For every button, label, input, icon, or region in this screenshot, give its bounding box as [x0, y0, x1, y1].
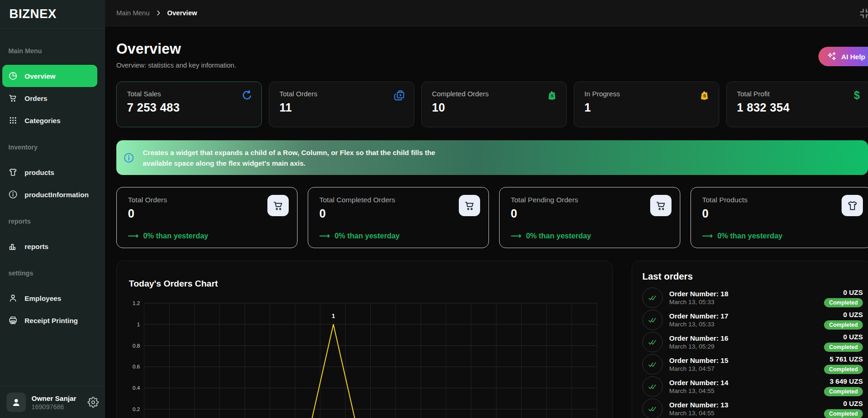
daily-stat-icon	[459, 195, 480, 216]
nav-group-inventory: products productInformation	[0, 161, 105, 206]
sidebar-item[interactable]: products	[2, 161, 97, 183]
breadcrumb: Main Menu Overview	[105, 0, 868, 26]
stat-value: 1 832 354	[737, 101, 861, 114]
stat-label: Total Sales	[127, 90, 251, 98]
user-id: 169097686	[32, 403, 76, 411]
order-amount: 3 649 UZS	[824, 377, 863, 385]
daily-stat-label: Total Products	[702, 196, 860, 204]
sparkles-icon	[826, 51, 837, 62]
last-orders-card: Last orders Order Number: 18 March 13, 0…	[632, 261, 868, 418]
order-amount: 5 761 UZS	[824, 355, 863, 363]
double-check-icon	[642, 354, 663, 374]
sidebar-item-icon	[8, 167, 18, 177]
avatar	[6, 393, 26, 412]
daily-stat-label: Total Orders	[128, 196, 286, 204]
sidebar-item[interactable]: reports	[2, 235, 97, 257]
trend-arrow-icon: ⟶	[128, 231, 139, 240]
info-banner-text: Creates a widget that expands a child of…	[143, 147, 451, 168]
order-row[interactable]: Order Number: 18 March 13, 05:33 0 UZS C…	[642, 287, 863, 309]
order-status-badge: Completed	[824, 365, 863, 374]
sidebar-item-label: Orders	[25, 94, 47, 102]
daily-change: ⟶ 0% than yesterday	[319, 231, 399, 240]
stat-label: Total Orders	[279, 90, 404, 98]
order-row[interactable]: Order Number: 14 March 13, 04:55 3 649 U…	[642, 375, 863, 398]
info-banner: Creates a widget that expands a child of…	[116, 140, 868, 175]
compress-icon[interactable]	[859, 7, 868, 19]
daily-stat-card: Total Pending Orders 0 ⟶ 0% than yesterd…	[499, 187, 680, 248]
double-check-icon	[642, 287, 663, 308]
daily-change: ⟶ 0% than yesterday	[128, 231, 208, 240]
daily-change-label: 0% than yesterday	[143, 232, 209, 240]
double-check-icon	[642, 332, 663, 352]
nav-section-label: Main Menu	[8, 47, 97, 55]
last-orders-list: Order Number: 18 March 13, 05:33 0 UZS C…	[642, 287, 863, 418]
sidebar-item-icon	[8, 293, 18, 303]
daily-stat-value: 0	[511, 207, 669, 220]
stat-label: In Progress	[584, 90, 709, 98]
order-amount: 0 UZS	[824, 333, 863, 341]
order-row[interactable]: Order Number: 15 March 13, 04:57 5 761 U…	[642, 353, 863, 375]
order-status-badge: Completed	[824, 298, 863, 307]
order-amount: 0 UZS	[824, 288, 863, 296]
sidebar-item-label: Overview	[25, 72, 56, 80]
stat-value: 11	[279, 101, 404, 114]
order-number: Order Number: 13	[669, 401, 729, 409]
daily-stat-value: 0	[319, 207, 477, 220]
order-number: Order Number: 18	[669, 290, 729, 298]
nav-group-reports: reports	[0, 235, 105, 257]
double-check-icon	[642, 399, 663, 418]
user-card[interactable]: Owner Sanjar 169097686	[0, 386, 105, 418]
svg-text:S: S	[703, 94, 706, 98]
stat-card: Total Sales 7 253 483	[116, 81, 262, 127]
order-number: Order Number: 15	[669, 356, 729, 364]
order-date: March 13, 05:33	[669, 299, 729, 306]
main-area: Main Menu Overview Overview Overview: st…	[105, 0, 868, 418]
stat-card: Total Orders 11	[269, 81, 414, 127]
ai-help-button[interactable]: AI Help	[818, 47, 868, 66]
daily-stat-card: Total Completed Orders 0 ⟶ 0% than yeste…	[308, 187, 489, 248]
nav-group-settings: Employees Receipt Printing	[0, 287, 105, 331]
svg-text:S: S	[551, 94, 553, 98]
order-row[interactable]: Order Number: 13 March 13, 04:55 0 UZS C…	[642, 398, 863, 418]
daily-change: ⟶ 0% than yesterday	[702, 231, 782, 240]
sidebar-item[interactable]: productInformation	[2, 183, 97, 206]
sidebar-item[interactable]: Categories	[2, 109, 97, 131]
stat-icon: S	[698, 89, 710, 101]
order-row[interactable]: Order Number: 16 March 13, 05:29 0 UZS C…	[642, 331, 863, 353]
gear-icon[interactable]	[88, 397, 99, 408]
daily-stat-value: 0	[702, 207, 860, 220]
nav-section-label: settings	[8, 269, 97, 277]
daily-change-label: 0% than yesterday	[717, 232, 783, 240]
sidebar-item[interactable]: Employees	[2, 287, 97, 309]
info-icon	[123, 152, 135, 164]
sidebar-nav: Main Menu Overview Orders Categories Inv	[0, 29, 105, 331]
daily-change-label: 0% than yesterday	[526, 232, 591, 240]
trend-arrow-icon: ⟶	[319, 231, 330, 240]
svg-text:1.2: 1.2	[133, 300, 140, 306]
daily-stat-label: Total Pending Orders	[511, 196, 669, 204]
user-name: Owner Sanjar	[32, 394, 76, 402]
order-date: March 13, 04:57	[669, 365, 729, 372]
sidebar-item[interactable]: Receipt Printing	[2, 309, 97, 331]
breadcrumb-parent[interactable]: Main Menu	[116, 9, 150, 17]
svg-text:0.2: 0.2	[133, 406, 140, 412]
daily-stat-icon	[650, 195, 672, 216]
stat-card: In Progress 1 S	[574, 81, 719, 127]
chart-title: Today's Orders Chart	[129, 279, 218, 289]
app-logo: BIZNEX	[0, 0, 105, 29]
svg-text:1: 1	[332, 312, 335, 319]
stat-value: 1	[584, 101, 709, 114]
order-status-badge: Completed	[824, 409, 863, 418]
sidebar-item[interactable]: Overview	[2, 65, 97, 87]
order-row[interactable]: Order Number: 17 March 13, 05:33 0 UZS C…	[642, 309, 863, 331]
stat-icon	[393, 89, 405, 101]
stat-label: Completed Orders	[432, 90, 556, 98]
sidebar-item-icon	[8, 241, 18, 251]
sidebar-item[interactable]: Orders	[2, 87, 97, 109]
svg-text:0.6: 0.6	[133, 364, 140, 369]
svg-text:0.8: 0.8	[133, 343, 140, 349]
svg-text:1: 1	[137, 322, 140, 327]
nav-section-label: reports	[8, 218, 97, 225]
stat-icon	[241, 89, 253, 101]
svg-text:0.4: 0.4	[133, 385, 140, 391]
